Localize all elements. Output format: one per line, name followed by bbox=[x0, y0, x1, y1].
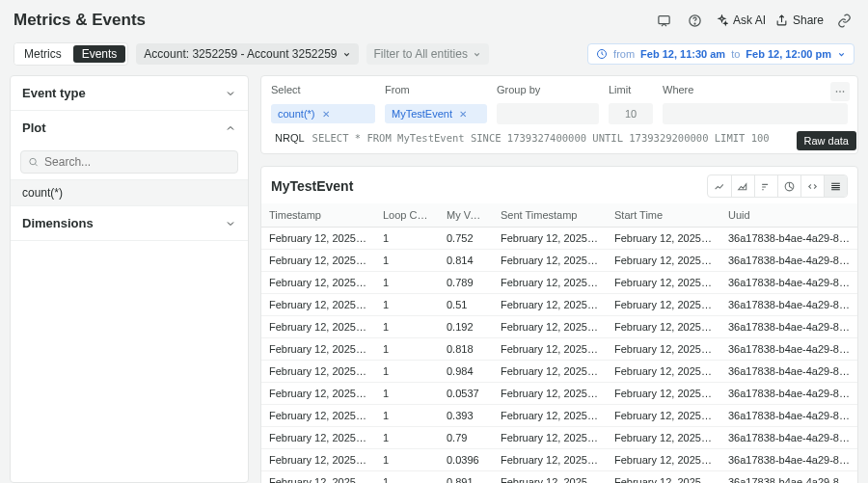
cell-my_value: 0.752 bbox=[439, 228, 493, 250]
search-input[interactable] bbox=[44, 155, 231, 169]
svg-point-2 bbox=[695, 23, 696, 24]
section-event-type[interactable]: Event type bbox=[11, 76, 248, 111]
time-from-prefix: from bbox=[613, 48, 635, 60]
limit-slot[interactable]: 10 bbox=[609, 103, 653, 124]
table-row[interactable]: February 12, 2025 11:56:0010.814February… bbox=[261, 250, 857, 272]
cell-uuid: 36a17838-b4ae-4a29-8958-822 bbox=[720, 449, 857, 471]
plot-item-count[interactable]: count(*) bbox=[11, 179, 248, 206]
chart-type-json[interactable] bbox=[800, 175, 824, 197]
entity-filter-label: Filter to All entities bbox=[374, 47, 468, 61]
cell-timestamp: February 12, 2025 11:55:00 bbox=[261, 272, 375, 294]
nrql-text: SELECT * FROM MyTestEvent SINCE 17393274… bbox=[312, 132, 770, 144]
table-row[interactable]: February 12, 2025 11:52:0010.818February… bbox=[261, 338, 857, 361]
share-button[interactable]: Share bbox=[775, 13, 824, 27]
chart-type-area[interactable] bbox=[731, 175, 754, 197]
time-range-picker[interactable]: from Feb 12, 11:30 am to Feb 12, 12:00 p… bbox=[587, 43, 854, 65]
main: Event type Plot count(*) Dimensions Sele… bbox=[0, 75, 868, 483]
svg-rect-0 bbox=[659, 15, 669, 23]
chart-type-pie[interactable] bbox=[777, 175, 800, 197]
where-slot[interactable] bbox=[663, 103, 848, 124]
col-start-time[interactable]: Start Time bbox=[607, 203, 720, 228]
feedback-icon[interactable] bbox=[654, 10, 675, 31]
cell-start_time: February 12, 2025 11:13:00 bbox=[607, 338, 720, 361]
cell-loop_count: 1 bbox=[375, 250, 439, 272]
search-input-wrapper[interactable] bbox=[20, 150, 238, 174]
cell-sent_timestamp: February 12, 2025 11:13:00 bbox=[493, 361, 607, 383]
cell-sent_timestamp: February 12, 2025 11:13:00 bbox=[493, 338, 607, 361]
cell-start_time: February 12, 2025 11:13:00 bbox=[607, 405, 720, 427]
table-row[interactable]: February 12, 2025 11:57:0010.752February… bbox=[261, 228, 857, 250]
section-label: Plot bbox=[22, 121, 46, 135]
col-uuid[interactable]: Uuid bbox=[720, 203, 857, 228]
cell-timestamp: February 12, 2025 11:47:00 bbox=[261, 449, 375, 471]
section-plot[interactable]: Plot bbox=[11, 111, 248, 145]
cell-sent_timestamp: February 12, 2025 11:13:00 bbox=[493, 427, 607, 449]
section-dimensions[interactable]: Dimensions bbox=[11, 206, 248, 241]
nrql-label: NRQL bbox=[275, 132, 305, 144]
cell-start_time: February 12, 2025 11:13:00 bbox=[607, 383, 720, 405]
cell-my_value: 0.0396 bbox=[439, 449, 493, 471]
cell-start_time: February 12, 2025 11:13:00 bbox=[607, 294, 720, 316]
cell-uuid: 36a17838-b4ae-4a29-8958-822 bbox=[720, 338, 857, 361]
cell-loop_count: 1 bbox=[375, 383, 439, 405]
table-row[interactable]: February 12, 2025 11:50:0010.0537Februar… bbox=[261, 383, 857, 405]
account-label: Account: 3252259 - Account 3252259 bbox=[144, 47, 337, 61]
table-row[interactable]: February 12, 2025 11:46:0010.891February… bbox=[261, 471, 857, 484]
chart-type-bar[interactable] bbox=[754, 175, 777, 197]
time-to-prefix: to bbox=[731, 48, 740, 60]
tab-metrics[interactable]: Metrics bbox=[14, 43, 71, 65]
table-row[interactable]: February 12, 2025 11:53:0010.192February… bbox=[261, 316, 857, 338]
query-builder: Select From Group by Limit Where count(*… bbox=[260, 75, 858, 154]
query-labels: Select From Group by Limit Where bbox=[271, 84, 848, 95]
col-my-value[interactable]: My Value bbox=[439, 203, 493, 228]
select-chip[interactable]: count(*) ✕ bbox=[271, 104, 375, 123]
cell-sent_timestamp: February 12, 2025 11:13:00 bbox=[493, 449, 607, 471]
label-groupby: Group by bbox=[497, 84, 599, 95]
entity-filter[interactable]: Filter to All entities bbox=[366, 43, 489, 65]
table-row[interactable]: February 12, 2025 11:55:0010.789February… bbox=[261, 272, 857, 294]
cell-loop_count: 1 bbox=[375, 405, 439, 427]
label-where: Where bbox=[663, 84, 848, 95]
col-sent-timestamp[interactable]: Sent Timestamp bbox=[493, 203, 607, 228]
col-loop-count[interactable]: Loop Count bbox=[375, 203, 439, 228]
table-row[interactable]: February 12, 2025 11:54:0010.51February … bbox=[261, 294, 857, 316]
close-icon[interactable]: ✕ bbox=[459, 109, 467, 120]
chevron-up-icon bbox=[225, 122, 236, 134]
cell-my_value: 0.814 bbox=[439, 250, 493, 272]
cell-loop_count: 1 bbox=[375, 361, 439, 383]
chevron-down-icon bbox=[342, 50, 351, 59]
col-timestamp[interactable]: Timestamp bbox=[261, 203, 375, 228]
permalink-icon[interactable] bbox=[833, 10, 854, 31]
chart-type-raw-data[interactable] bbox=[824, 175, 847, 197]
cell-uuid: 36a17838-b4ae-4a29-8958-822 bbox=[720, 471, 857, 484]
table-row[interactable]: February 12, 2025 11:48:0010.79February … bbox=[261, 427, 857, 449]
cell-timestamp: February 12, 2025 11:56:00 bbox=[261, 250, 375, 272]
account-picker[interactable]: Account: 3252259 - Account 3252259 bbox=[136, 43, 358, 65]
ask-ai-button[interactable]: Ask AI bbox=[716, 13, 766, 27]
help-icon[interactable] bbox=[685, 10, 706, 31]
query-more-menu[interactable] bbox=[830, 82, 850, 101]
area-chart-icon bbox=[737, 180, 749, 193]
chart-type-group bbox=[707, 174, 848, 198]
clock-icon bbox=[596, 48, 608, 60]
page-header: Metrics & Events Ask AI Share bbox=[0, 0, 868, 39]
cell-sent_timestamp: February 12, 2025 11:13:00 bbox=[493, 272, 607, 294]
content: Select From Group by Limit Where count(*… bbox=[260, 75, 858, 483]
tab-events[interactable]: Events bbox=[73, 45, 126, 63]
table-row[interactable]: February 12, 2025 11:49:0010.393February… bbox=[261, 405, 857, 427]
cell-timestamp: February 12, 2025 11:46:00 bbox=[261, 471, 375, 484]
table-wrap: Timestamp Loop Count My Value Sent Times… bbox=[261, 203, 857, 483]
table-row[interactable]: February 12, 2025 11:47:0010.0396Februar… bbox=[261, 449, 857, 471]
cell-uuid: 36a17838-b4ae-4a29-8958-822 bbox=[720, 405, 857, 427]
cell-loop_count: 1 bbox=[375, 272, 439, 294]
close-icon[interactable]: ✕ bbox=[322, 109, 330, 120]
chart-type-line[interactable] bbox=[708, 175, 731, 197]
table-row[interactable]: February 12, 2025 11:51:0010.984February… bbox=[261, 361, 857, 383]
groupby-slot[interactable] bbox=[497, 103, 599, 124]
raw-data-tooltip: Raw data bbox=[797, 131, 856, 150]
cell-loop_count: 1 bbox=[375, 449, 439, 471]
plot-search bbox=[11, 145, 248, 179]
cell-my_value: 0.984 bbox=[439, 361, 493, 383]
from-chip[interactable]: MyTestEvent ✕ bbox=[385, 104, 487, 123]
section-label: Event type bbox=[22, 86, 86, 100]
